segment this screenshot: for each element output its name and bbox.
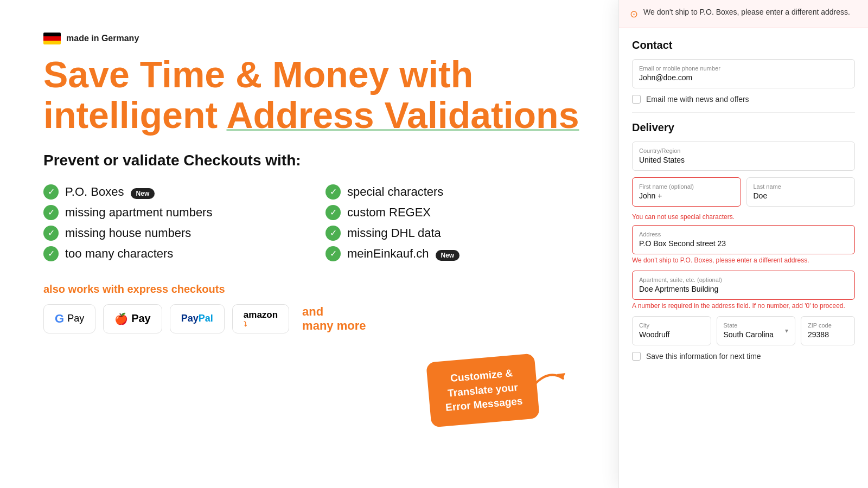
payment-logos: G Pay 🍎 Pay PayPal amazon ⤵︎ xyxy=(43,304,586,333)
state-label: State xyxy=(724,322,774,329)
made-in-text: made in Germany xyxy=(66,34,139,43)
feature-label-too-many: too many characters xyxy=(65,247,173,261)
feature-po-boxes: ✓ P.O. Boxes New xyxy=(43,184,304,200)
amazon-text: amazon xyxy=(244,310,278,320)
feature-special-chars: ✓ special characters xyxy=(326,184,586,200)
state-text-wrapper: State South Carolina xyxy=(724,322,774,339)
headline-line1: Save Time & Money with xyxy=(43,54,473,95)
zip-value: 29388 xyxy=(808,330,829,339)
save-info-label: Save this information for next time xyxy=(646,352,761,361)
apt-label: Apartment, suite, etc. (optional) xyxy=(639,277,848,283)
country-label: Country/Region xyxy=(639,147,848,154)
flag-gold-stripe xyxy=(43,41,61,44)
email-input[interactable]: Email or mobile phone number John@doe.co… xyxy=(632,59,855,88)
save-info-checkbox[interactable] xyxy=(632,352,641,361)
separator-1 xyxy=(632,112,855,113)
feature-label-mein: meinEinkauf.ch New xyxy=(347,247,459,261)
check-icon-too-many: ✓ xyxy=(43,246,59,261)
error-circle-icon: ⊙ xyxy=(630,8,638,20)
country-field: Country/Region United States xyxy=(632,142,855,171)
feature-too-many: ✓ too many characters xyxy=(43,246,304,261)
paypal-text: PayPal xyxy=(181,313,213,324)
country-value: United States xyxy=(639,156,685,164)
first-name-field: First name (optional) John + xyxy=(632,177,741,207)
state-value: South Carolina xyxy=(724,330,774,339)
apt-input[interactable]: Apartment, suite, etc. (optional) Doe Ap… xyxy=(632,271,855,300)
delivery-section-title: Delivery xyxy=(632,121,855,134)
feature-label-regex: custom REGEX xyxy=(347,206,431,220)
paypal-logo: PayPal xyxy=(170,304,225,333)
zip-field: ZIP code 29388 xyxy=(801,316,855,345)
city-input[interactable]: City Woodruff xyxy=(632,316,711,345)
express-section: also works with express checkouts G Pay … xyxy=(43,283,586,333)
check-icon-po-boxes: ✓ xyxy=(43,184,59,200)
german-flag-icon xyxy=(43,33,61,44)
last-name-label: Last name xyxy=(754,183,848,190)
state-input[interactable]: State South Carolina ▾ xyxy=(717,316,796,345)
top-error-banner: ⊙ We don't ship to P.O. Boxes, please en… xyxy=(619,0,868,28)
feature-label-apartment: missing apartment numbers xyxy=(65,206,212,220)
express-title: also works with express checkouts xyxy=(43,283,586,296)
save-info-row: Save this information for next time xyxy=(632,352,855,361)
feature-label-po-boxes: P.O. Boxes New xyxy=(65,185,155,199)
email-field-wrapper: Email or mobile phone number John@doe.co… xyxy=(632,59,855,88)
email-checkbox[interactable] xyxy=(632,95,641,104)
email-value: John@doe.com xyxy=(639,73,692,82)
apt-field: Apartment, suite, etc. (optional) Doe Ap… xyxy=(632,271,855,310)
flag-red-stripe xyxy=(43,36,61,40)
features-grid: ✓ P.O. Boxes New ✓ special characters ✓ … xyxy=(43,184,586,261)
feature-label-special-chars: special characters xyxy=(347,185,443,199)
address-field: Address P.O Box Second street 23 We don'… xyxy=(632,225,855,264)
state-chevron-icon: ▾ xyxy=(785,327,788,335)
form-content: Contact Email or mobile phone number Joh… xyxy=(619,28,868,488)
first-name-input[interactable]: First name (optional) John + xyxy=(632,177,741,207)
amazon-logo: amazon ⤵︎ xyxy=(232,304,289,333)
apple-pay-logo: 🍎 Pay xyxy=(103,304,162,333)
gpay-logo: G Pay xyxy=(43,304,95,333)
flag-black-stripe xyxy=(43,33,61,36)
check-icon-dhl: ✓ xyxy=(326,226,341,241)
email-checkbox-row: Email me with news and offers xyxy=(632,95,855,104)
address-value: P.O Box Second street 23 xyxy=(639,239,726,248)
check-icon-mein: ✓ xyxy=(326,246,341,261)
last-name-input[interactable]: Last name Doe xyxy=(746,177,856,207)
google-g-icon: G xyxy=(55,312,64,326)
new-badge-mein: New xyxy=(436,250,460,261)
zip-input[interactable]: ZIP code 29388 xyxy=(801,316,855,345)
main-container: made in Germany Save Time & Money with i… xyxy=(0,0,868,488)
new-badge-po-boxes: New xyxy=(131,188,155,199)
country-input[interactable]: Country/Region United States xyxy=(632,142,855,171)
checkout-form: ⊙ We don't ship to P.O. Boxes, please en… xyxy=(618,0,868,488)
feature-label-dhl: missing DHL data xyxy=(347,226,441,240)
last-name-field: Last name Doe xyxy=(746,177,856,207)
zip-label: ZIP code xyxy=(808,322,848,329)
feature-mein-einkauf: ✓ meinEinkauf.ch New xyxy=(326,246,586,261)
email-checkbox-label: Email me with news and offers xyxy=(646,95,749,104)
top-error-text: We don't ship to P.O. Boxes, please ente… xyxy=(643,8,850,16)
main-headline: Save Time & Money with intelligent Addre… xyxy=(43,54,586,136)
address-input[interactable]: Address P.O Box Second street 23 xyxy=(632,225,855,254)
apt-value: Doe Aprtments Building xyxy=(639,285,718,293)
state-field: State South Carolina ▾ xyxy=(717,316,796,345)
apple-pay-text: Pay xyxy=(131,312,151,325)
made-in-germany: made in Germany xyxy=(43,33,586,44)
first-name-label: First name (optional) xyxy=(639,183,734,190)
city-field: City Woodruff xyxy=(632,316,711,345)
check-icon-apartment: ✓ xyxy=(43,205,59,220)
customize-bubble: Customize &Translate yourError Messages xyxy=(426,354,540,428)
feature-dhl: ✓ missing DHL data xyxy=(326,226,586,241)
city-value: Woodruff xyxy=(639,330,669,339)
feature-house-numbers: ✓ missing house numbers xyxy=(43,226,304,241)
feature-label-house: missing house numbers xyxy=(65,226,191,240)
last-name-value: Doe xyxy=(754,191,768,200)
arrow-right-icon xyxy=(525,362,569,397)
feature-apartment: ✓ missing apartment numbers xyxy=(43,205,304,220)
apt-error: A number is required in the address fiel… xyxy=(632,302,855,310)
first-name-value: John + xyxy=(639,191,662,200)
check-icon-regex: ✓ xyxy=(326,205,341,220)
gpay-text: Pay xyxy=(67,313,84,324)
check-icon-house: ✓ xyxy=(43,226,59,241)
and-more-text: andmany more xyxy=(302,305,366,333)
address-label: Address xyxy=(639,231,848,237)
amazon-arrow-icon: ⤵︎ xyxy=(244,320,278,328)
